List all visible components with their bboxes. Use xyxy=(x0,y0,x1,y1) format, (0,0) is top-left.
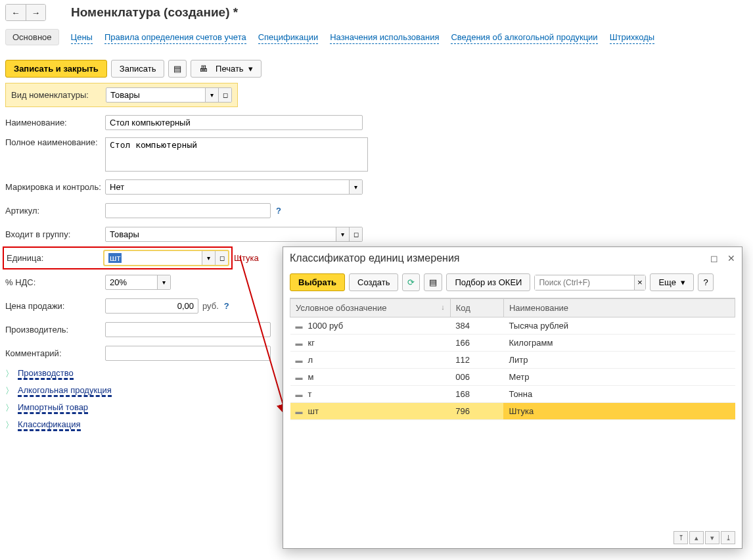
item-icon: ▬ xyxy=(296,390,303,398)
list-view-button[interactable]: ▤ xyxy=(424,273,442,291)
group-open-button[interactable]: ◻ xyxy=(349,227,362,241)
list-icon-button[interactable]: ▤ xyxy=(168,60,187,78)
table-row[interactable]: ▬л112Литр xyxy=(290,352,735,369)
print-button[interactable]: 🖶 Печать ▾ xyxy=(191,60,262,78)
article-help-icon[interactable]: ? xyxy=(276,206,281,216)
group-dropdown-button[interactable]: ▾ xyxy=(336,227,349,241)
nav-back-button[interactable]: ← xyxy=(6,5,26,20)
search-clear-button[interactable]: × xyxy=(634,275,646,290)
tab-accounts[interactable]: Правила определения счетов учета xyxy=(104,31,246,44)
printer-icon: 🖶 xyxy=(199,64,208,74)
unit-input[interactable]: шт xyxy=(104,251,202,265)
item-icon: ▬ xyxy=(296,356,303,364)
item-icon: ▬ xyxy=(296,339,303,347)
table-row[interactable]: ▬1000 руб384Тысяча рублей xyxy=(290,317,735,335)
article-input[interactable] xyxy=(106,204,270,218)
marking-label: Маркировка и контроль: xyxy=(5,182,105,192)
item-icon: ▬ xyxy=(296,322,303,330)
price-suffix: руб. xyxy=(202,301,219,311)
select-button[interactable]: Выбрать xyxy=(290,273,345,291)
tab-prices[interactable]: Цены xyxy=(71,31,93,44)
manufacturer-input[interactable] xyxy=(106,323,270,337)
save-close-button[interactable]: Записать и закрыть xyxy=(5,60,107,78)
vat-input[interactable] xyxy=(106,275,157,289)
unit-suffix: Штука xyxy=(234,253,259,263)
chevron-right-icon: 〉 xyxy=(5,419,14,431)
col-code[interactable]: Код xyxy=(450,299,503,317)
list-icon: ▤ xyxy=(429,277,437,287)
refresh-icon: ⟳ xyxy=(407,277,415,287)
group-input[interactable] xyxy=(106,227,336,241)
popup-title: Классификатор единиц измерения xyxy=(290,252,460,264)
tab-alcohol[interactable]: Сведения об алкогольной продукции xyxy=(451,31,597,44)
nav-forward-button[interactable]: → xyxy=(26,5,45,20)
marking-dropdown-button[interactable]: ▾ xyxy=(349,180,362,194)
type-open-button[interactable]: ◻ xyxy=(218,88,231,102)
tab-barcodes[interactable]: Штрихкоды xyxy=(610,31,655,44)
comment-label: Комментарий: xyxy=(5,348,105,358)
popup-maximize-icon[interactable]: ◻ xyxy=(710,253,718,264)
tabs: Основное Цены Правила определения счетов… xyxy=(0,29,753,45)
table-row[interactable]: ▬кг166Килограмм xyxy=(290,335,735,352)
list-icon: ▤ xyxy=(173,64,181,74)
manufacturer-label: Производитель: xyxy=(5,325,105,335)
units-table: Условное обозначение↓ Код Наименование ▬… xyxy=(290,298,735,420)
type-input[interactable] xyxy=(106,88,205,102)
price-help-icon[interactable]: ? xyxy=(224,301,229,311)
unit-label: Единица: xyxy=(7,253,104,263)
page-title: Номенклатура (создание) * xyxy=(71,5,238,20)
search-input[interactable] xyxy=(535,275,633,290)
scroll-top-button[interactable]: ⤒ xyxy=(673,531,688,544)
scroll-down-button[interactable]: ▾ xyxy=(705,531,719,544)
tab-specs[interactable]: Спецификации xyxy=(258,31,319,44)
chevron-right-icon: 〉 xyxy=(5,402,14,414)
item-icon: ▬ xyxy=(296,373,303,381)
vat-dropdown-button[interactable]: ▾ xyxy=(157,275,170,289)
unit-open-button[interactable]: ◻ xyxy=(215,251,228,265)
item-icon: ▬ xyxy=(296,408,303,415)
chevron-right-icon: 〉 xyxy=(5,385,14,397)
price-input[interactable] xyxy=(106,299,198,313)
type-dropdown-button[interactable]: ▾ xyxy=(205,88,218,102)
save-button[interactable]: Записать xyxy=(111,60,165,78)
table-row[interactable]: ▬т168Тонна xyxy=(290,386,735,403)
marking-input[interactable] xyxy=(106,180,349,194)
scroll-bottom-button[interactable]: ⤓ xyxy=(721,531,735,544)
vat-label: % НДС: xyxy=(5,277,105,287)
table-row[interactable]: ▬шт796Штука xyxy=(290,403,735,420)
more-button[interactable]: Еще ▾ xyxy=(650,273,694,291)
tab-main[interactable]: Основное xyxy=(5,29,59,45)
create-button[interactable]: Создать xyxy=(349,273,398,291)
article-label: Артикул: xyxy=(5,206,105,216)
okei-button[interactable]: Подбор из ОКЕИ xyxy=(446,273,530,291)
comment-input[interactable] xyxy=(106,346,270,360)
type-label: Вид номенклатуры: xyxy=(11,90,106,100)
popup-close-icon[interactable]: ✕ xyxy=(727,253,735,264)
fullname-label: Полное наименование: xyxy=(5,137,105,147)
scroll-up-button[interactable]: ▴ xyxy=(689,531,704,544)
col-symbol[interactable]: Условное обозначение↓ xyxy=(290,299,451,317)
col-name[interactable]: Наименование xyxy=(503,299,735,317)
chevron-right-icon: 〉 xyxy=(5,368,14,380)
group-label: Входит в группу: xyxy=(5,229,105,239)
refresh-button[interactable]: ⟳ xyxy=(402,273,420,291)
sort-down-icon: ↓ xyxy=(441,303,445,311)
name-input[interactable] xyxy=(106,116,362,129)
price-label: Цена продажи: xyxy=(5,301,105,311)
help-button[interactable]: ? xyxy=(698,273,713,291)
fullname-input[interactable]: Стол компьютерный xyxy=(105,137,368,172)
units-classifier-popup: Классификатор единиц измерения ◻ ✕ Выбра… xyxy=(283,246,742,549)
unit-dropdown-button[interactable]: ▾ xyxy=(202,251,215,265)
name-label: Наименование: xyxy=(5,118,105,128)
tab-usage[interactable]: Назначения использования xyxy=(330,31,439,44)
table-row[interactable]: ▬м006Метр xyxy=(290,369,735,386)
